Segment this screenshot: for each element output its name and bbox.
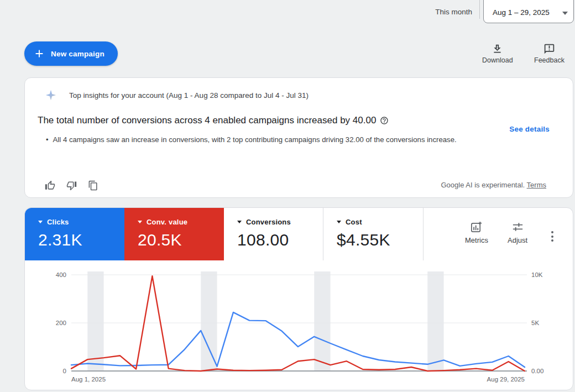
top-insights-card: Top insights for your account (Aug 1 - A… [24, 77, 573, 198]
feedback-icon [543, 43, 555, 55]
download-label: Download [482, 56, 513, 64]
right-axis-tick: 10K [531, 271, 543, 278]
left-axis-tick: 400 [56, 271, 66, 278]
see-details-link[interactable]: See details [509, 125, 550, 133]
right-axis-tick: 5K [531, 320, 539, 326]
period-label: This month [435, 8, 472, 16]
bullet-dot: • [46, 135, 49, 144]
left-axis-tick: 0 [63, 368, 66, 374]
weekend-band [427, 271, 443, 371]
terms-link[interactable]: Terms [527, 181, 546, 189]
plus-icon [33, 48, 45, 60]
new-campaign-label: New campaign [51, 50, 104, 58]
series-line-conv-value [71, 276, 525, 371]
topbar-divider [479, 0, 480, 19]
weekend-band [201, 271, 217, 371]
left-axis-tick: 200 [56, 320, 66, 326]
copy-button[interactable] [87, 179, 100, 194]
feedback-button[interactable]: Feedback [534, 43, 564, 64]
download-icon [492, 43, 503, 55]
help-icon[interactable] [380, 116, 389, 125]
insights-header-text: Top insights for your account (Aug 1 - A… [69, 91, 309, 100]
sparkle-icon [45, 89, 57, 101]
weekend-band [314, 271, 330, 371]
chevron-down-icon [562, 12, 568, 15]
feedback-label: Feedback [534, 56, 564, 64]
insight-bullet-text: All 4 campaigns saw an increase in conve… [53, 135, 457, 144]
new-campaign-button[interactable]: New campaign [24, 41, 118, 66]
x-axis-end-label: Aug 29, 2025 [487, 376, 525, 383]
thumbs-up-icon [45, 180, 55, 191]
thumbs-down-icon [66, 180, 77, 191]
date-range-value: Aug 1 – 29, 2025 [493, 8, 550, 17]
weekend-band [87, 271, 103, 371]
insight-headline-text: The total number of conversions across 4… [38, 115, 376, 126]
ai-experimental-note: Google AI is experimental. Terms [441, 181, 546, 189]
copy-icon [88, 180, 98, 191]
download-button[interactable]: Download [482, 43, 513, 64]
series-line-clicks [71, 312, 525, 367]
thumbs-up-button[interactable] [44, 179, 56, 194]
performance-chart[interactable]: 02004000.005K10KAug 1, 2025Aug 29, 2025 [25, 208, 574, 391]
date-range-picker[interactable]: Aug 1 – 29, 2025 [483, 0, 574, 23]
right-axis-tick: 0.00 [531, 368, 543, 374]
performance-panel: Clicks 2.31K Conv. value 20.5K Conversio… [24, 207, 573, 390]
x-axis-start-label: Aug 1, 2025 [71, 376, 106, 383]
ai-note-text: Google AI is experimental. [441, 181, 525, 189]
thumbs-down-button[interactable] [65, 179, 78, 194]
